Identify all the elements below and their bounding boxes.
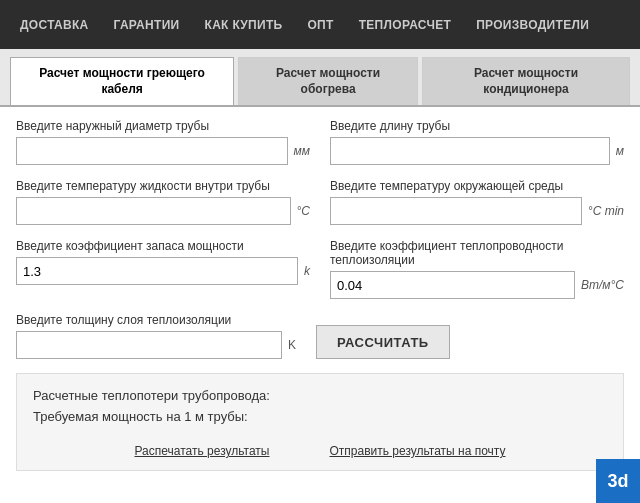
form-group-koeff-teplo: Введите коэффициент теплопроводности теп…: [330, 239, 624, 299]
nav-item-proizvoditeli[interactable]: ПРОИЗВОДИТЕЛИ: [466, 12, 599, 38]
tab-conditioner[interactable]: Расчет мощности кондиционера: [422, 57, 630, 105]
label-koeff-zapas: Введите коэффициент запаса мощности: [16, 239, 310, 253]
input-unit-temp-outside: °C min: [330, 197, 624, 225]
unit-diameter: мм: [294, 144, 310, 158]
links-row: Распечатать результаты Отправить результ…: [33, 444, 607, 458]
form-group-koeff-zapas: Введите коэффициент запаса мощности k: [16, 239, 310, 299]
label-diameter: Введите наружный диаметр трубы: [16, 119, 310, 133]
label-temp-outside: Введите температуру окружающей среды: [330, 179, 624, 193]
unit-temp-inside: °C: [297, 204, 310, 218]
form-group-thickness: Введите толщину слоя теплоизоляции k: [16, 313, 296, 359]
nav-item-kak-kupit[interactable]: КАК КУПИТЬ: [195, 12, 293, 38]
input-unit-length: м: [330, 137, 624, 165]
nav-item-dostavka[interactable]: ДОСТАВКА: [10, 12, 99, 38]
result-label-1: Расчетные теплопотери трубопровода:: [33, 388, 607, 403]
top-nav: ДОСТАВКА ГАРАНТИИ КАК КУПИТЬ ОПТ ТЕПЛОРА…: [0, 0, 640, 49]
email-link[interactable]: Отправить результаты на почту: [329, 444, 505, 458]
unit-temp-outside: °C min: [588, 204, 624, 218]
form-group-temp-outside: Введите температуру окружающей среды °C …: [330, 179, 624, 225]
nav-item-teploraschot[interactable]: ТЕПЛОРАСЧЕТ: [349, 12, 461, 38]
input-unit-koeff-teplo: Вт/м°С: [330, 271, 624, 299]
label-thickness: Введите толщину слоя теплоизоляции: [16, 313, 296, 327]
calc-row: Введите толщину слоя теплоизоляции k РАС…: [16, 313, 624, 359]
tabs-row: Расчет мощности греющего кабеля Расчет м…: [0, 49, 640, 105]
bottom-right-icon[interactable]: 3d: [596, 459, 640, 503]
unit-thickness: k: [288, 338, 296, 352]
input-temp-outside[interactable]: [330, 197, 582, 225]
form-group-temp-inside: Введите температуру жидкости внутри труб…: [16, 179, 310, 225]
tab-heating[interactable]: Расчет мощности обогрева: [238, 57, 418, 105]
nav-item-opt[interactable]: ОПТ: [297, 12, 343, 38]
input-koeff-zapas[interactable]: [16, 257, 298, 285]
form-row-2: Введите температуру жидкости внутри труб…: [16, 179, 624, 225]
input-length[interactable]: [330, 137, 610, 165]
form-group-diameter: Введите наружный диаметр трубы мм: [16, 119, 310, 165]
input-unit-koeff-zapas: k: [16, 257, 310, 285]
form-group-length: Введите длину трубы м: [330, 119, 624, 165]
form-row-1: Введите наружный диаметр трубы мм Введит…: [16, 119, 624, 165]
results-area: Расчетные теплопотери трубопровода: Треб…: [16, 373, 624, 471]
tab-cable[interactable]: Расчет мощности греющего кабеля: [10, 57, 234, 105]
input-unit-thickness: k: [16, 331, 296, 359]
input-thickness[interactable]: [16, 331, 282, 359]
page-wrapper: ДОСТАВКА ГАРАНТИИ КАК КУПИТЬ ОПТ ТЕПЛОРА…: [0, 0, 640, 503]
input-koeff-teplo[interactable]: [330, 271, 575, 299]
label-temp-inside: Введите температуру жидкости внутри труб…: [16, 179, 310, 193]
input-temp-inside[interactable]: [16, 197, 291, 225]
unit-koeff-zapas: k: [304, 264, 310, 278]
label-length: Введите длину трубы: [330, 119, 624, 133]
main-content: Введите наружный диаметр трубы мм Введит…: [0, 105, 640, 483]
input-unit-diameter: мм: [16, 137, 310, 165]
label-koeff-teplo: Введите коэффициент теплопроводности теп…: [330, 239, 624, 267]
calculate-button[interactable]: РАССЧИТАТЬ: [316, 325, 450, 359]
icon-label: 3d: [607, 471, 628, 492]
input-diameter[interactable]: [16, 137, 288, 165]
unit-koeff-teplo: Вт/м°С: [581, 278, 624, 292]
input-unit-temp-inside: °C: [16, 197, 310, 225]
nav-item-garantii[interactable]: ГАРАНТИИ: [104, 12, 190, 38]
result-label-2: Требуемая мощность на 1 м трубы:: [33, 409, 607, 424]
button-wrapper: РАССЧИТАТЬ: [316, 325, 624, 359]
unit-length: м: [616, 144, 624, 158]
form-row-3: Введите коэффициент запаса мощности k Вв…: [16, 239, 624, 299]
print-link[interactable]: Распечатать результаты: [135, 444, 270, 458]
